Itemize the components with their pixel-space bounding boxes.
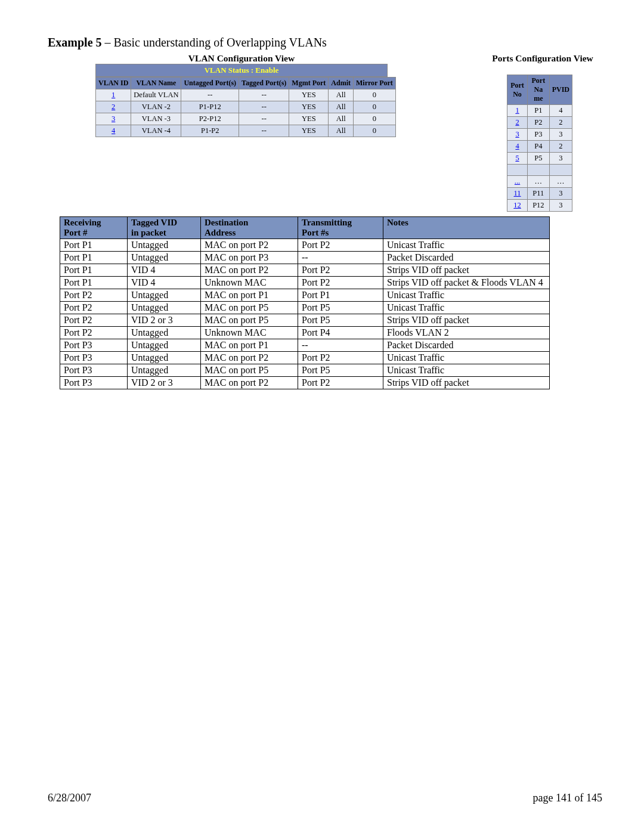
traffic-cell-b: VID 4	[128, 277, 201, 289]
traffic-cell-d: Port P2	[298, 239, 383, 252]
traffic-cell-d: Port P5	[298, 364, 383, 377]
th-tag-2: in packet	[131, 228, 166, 237]
vlan-name: Default VLAN	[131, 89, 181, 101]
vlan-status: VLAN Status : Enable	[95, 64, 388, 77]
vlan-mgmt: YES	[289, 101, 329, 113]
traffic-cell-c: MAC on port P5	[201, 364, 298, 377]
traffic-cell-b: VID 2 or 3	[128, 314, 201, 327]
ports-h-no: Port No	[507, 75, 528, 105]
ports-row: 1P14	[507, 105, 572, 117]
port-pvid: 3	[549, 200, 572, 212]
vlan-untag: P1-P12	[181, 101, 239, 113]
traffic-cell-d: Port P5	[298, 302, 383, 314]
traffic-cell-e: Unicast Traffic	[383, 352, 550, 364]
vlan-id-link[interactable]: 2	[112, 103, 115, 111]
traffic-row: Port P3UntaggedMAC on port P5Port P5Unic…	[60, 364, 550, 377]
ports-row: 12P123	[507, 200, 572, 212]
vlan-h-untag: Untagged Port(s)	[181, 78, 239, 89]
vlan-row: 4 VLAN -4 P1-P2 -- YES All 0	[96, 125, 396, 137]
traffic-cell-a: Port P1	[60, 264, 128, 277]
vlan-mirror: 0	[353, 125, 395, 137]
th-tag-1: Tagged VID	[131, 218, 177, 227]
traffic-cell-a: Port P2	[60, 314, 128, 327]
port-no-link[interactable]: 2	[515, 118, 519, 126]
traffic-cell-b: Untagged	[128, 364, 201, 377]
vlan-mirror: 0	[353, 113, 395, 125]
traffic-cell-d: Port P5	[298, 314, 383, 327]
vlan-tag: --	[239, 89, 289, 101]
port-no-link[interactable]: 11	[514, 189, 521, 197]
port-no-link[interactable]: 3	[515, 130, 519, 138]
port-name: …	[528, 176, 550, 188]
traffic-row: Port P1VID 4Unknown MACPort P2Strips VID…	[60, 277, 550, 289]
vlan-admit: All	[329, 113, 354, 125]
vlan-tag: --	[239, 113, 289, 125]
traffic-cell-c: MAC on port P3	[201, 252, 298, 264]
vlan-name: VLAN -4	[131, 125, 181, 137]
port-pvid: 2	[549, 141, 572, 153]
th-tx-2: Port #s	[302, 228, 329, 237]
port-pvid: 4	[549, 105, 572, 117]
port-no-link[interactable]: 12	[513, 201, 521, 209]
traffic-cell-a: Port P3	[60, 364, 128, 377]
traffic-cell-b: VID 4	[128, 264, 201, 277]
vlan-id-link[interactable]: 4	[112, 126, 115, 135]
traffic-cell-c: MAC on port P2	[201, 352, 298, 364]
traffic-cell-d: Port P2	[298, 352, 383, 364]
title-rest: – Basic understanding of Overlapping VLA…	[102, 36, 327, 49]
traffic-row: Port P3UntaggedMAC on port P2Port P2Unic…	[60, 352, 550, 364]
th-dest-2: Address	[205, 228, 236, 237]
traffic-cell-e: Packet Discarded	[383, 252, 550, 264]
ports-h-name: Port Na me	[528, 75, 550, 105]
vlan-row: 2 VLAN -2 P1-P12 -- YES All 0	[96, 101, 396, 113]
traffic-cell-d: --	[298, 252, 383, 264]
vlan-tag: --	[239, 125, 289, 137]
traffic-cell-b: Untagged	[128, 302, 201, 314]
traffic-cell-a: Port P3	[60, 352, 128, 364]
ports-row-empty	[507, 165, 572, 176]
ports-view-heading: Ports Configuration View	[483, 53, 602, 64]
ports-row: 5P53	[507, 153, 572, 165]
vlan-admit: All	[329, 101, 354, 113]
traffic-cell-e: Unicast Traffic	[383, 239, 550, 252]
vlan-h-tag: Tagged Port(s)	[239, 78, 289, 89]
vlan-h-mgmt: Mgmt Port	[289, 78, 329, 89]
traffic-header-row: ReceivingPort # Tagged VIDin packet Dest…	[60, 217, 550, 239]
traffic-cell-b: Untagged	[128, 327, 201, 339]
traffic-row: Port P3VID 2 or 3MAC on port P2Port P2St…	[60, 377, 550, 389]
ports-header-row: Port No Port Na me PVID	[507, 75, 572, 105]
vlan-admit: All	[329, 89, 354, 101]
port-no-link[interactable]: 1	[515, 106, 519, 114]
port-name: P1	[528, 105, 550, 117]
vlan-name: VLAN -3	[131, 113, 181, 125]
vlan-table: VLAN ID VLAN Name Untagged Port(s) Tagge…	[95, 77, 396, 137]
traffic-cell-a: Port P1	[60, 277, 128, 289]
port-pvid: 3	[549, 153, 572, 165]
port-name: P2	[528, 117, 550, 129]
port-pvid: 3	[549, 129, 572, 141]
vlan-mgmt: YES	[289, 89, 329, 101]
vlan-mgmt: YES	[289, 125, 329, 137]
vlan-mirror: 0	[353, 101, 395, 113]
traffic-cell-c: MAC on port P2	[201, 264, 298, 277]
vlan-view-heading: VLAN Configuration View	[95, 53, 388, 64]
vlan-header-row: VLAN ID VLAN Name Untagged Port(s) Tagge…	[96, 78, 396, 89]
traffic-cell-b: Untagged	[128, 339, 201, 352]
port-name: P11	[528, 188, 550, 200]
port-pvid: 3	[549, 188, 572, 200]
vlan-id-link[interactable]: 1	[112, 91, 115, 99]
port-no-link[interactable]: 4	[515, 142, 519, 150]
vlan-id-link[interactable]: 3	[112, 114, 115, 123]
traffic-cell-a: Port P3	[60, 377, 128, 389]
port-no-link[interactable]: ...	[515, 177, 520, 185]
page-footer: 6/28/2007 page 141 of 145	[48, 792, 602, 804]
th-notes: Notes	[383, 217, 550, 239]
vlan-untag: P2-P12	[181, 113, 239, 125]
traffic-cell-b: VID 2 or 3	[128, 377, 201, 389]
traffic-row: Port P1UntaggedMAC on port P3--Packet Di…	[60, 252, 550, 264]
port-no-link[interactable]: 5	[515, 154, 519, 162]
vlan-untag: --	[181, 89, 239, 101]
traffic-row: Port P2VID 2 or 3MAC on port P5Port P5St…	[60, 314, 550, 327]
vlan-h-mirror: Mirror Port	[353, 78, 395, 89]
traffic-cell-b: Untagged	[128, 289, 201, 302]
